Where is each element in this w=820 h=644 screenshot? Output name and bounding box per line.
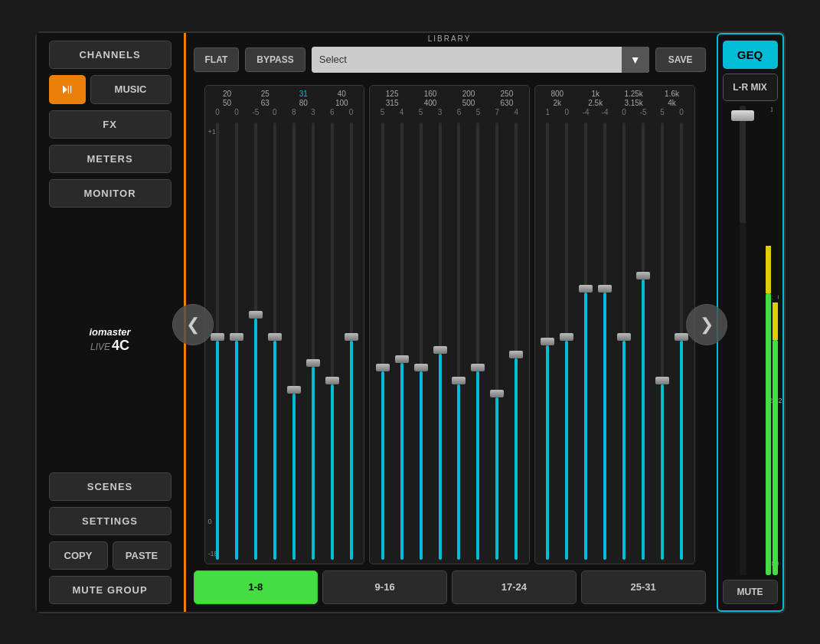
db-val-2-8: 4 (507, 108, 526, 116)
main-container: CHANNELS ⏯ MUSIC FX METERS MONITOR iomas… (35, 31, 786, 613)
library-select[interactable]: Select ▼ (312, 47, 649, 73)
db-val-2-6: 5 (469, 108, 488, 116)
eq-group-1: 20 25 31 40 50 63 80 100 0 0 -5 (204, 85, 365, 564)
freq-160: 160 (411, 90, 449, 98)
range-btn-25-31[interactable]: 25-31 (581, 570, 706, 604)
library-dropdown-button[interactable]: ▼ (622, 47, 649, 73)
flat-button[interactable]: FLAT (194, 47, 240, 72)
master-fader-area: 10 -10 -26.2 -80 (723, 106, 763, 575)
music-button[interactable]: MUSIC (90, 75, 172, 104)
meter-left-yellow (766, 246, 771, 293)
db-val-1-2: 0 (227, 108, 246, 116)
dropdown-arrow-icon: ▼ (630, 54, 641, 66)
copy-paste-row: COPY PASTE (49, 541, 172, 570)
range-btn-17-24[interactable]: 17-24 (452, 570, 577, 604)
db-val-2-5: 6 (449, 108, 469, 116)
master-section: 10 -10 -26.2 -80 (723, 106, 778, 575)
db-val-2-2: 4 (392, 108, 411, 116)
settings-button[interactable]: SETTINGS (49, 507, 172, 535)
main-content: LIBRARY FLAT BYPASS Select ▼ SAVE ❮ 2 (186, 33, 714, 612)
fader-3-7[interactable] (655, 123, 669, 560)
nav-left-button[interactable]: ❮ (172, 304, 214, 345)
meter-right (773, 106, 778, 575)
db-zero-label: 0 (208, 518, 212, 525)
fader-2-3[interactable] (414, 123, 428, 560)
freq-63: 63 (246, 99, 284, 107)
mute-button[interactable]: MUTE (723, 580, 778, 604)
range-btn-1-8[interactable]: 1-8 (194, 570, 319, 604)
freq-50: 50 (208, 99, 247, 107)
fader-1-2[interactable] (230, 123, 243, 560)
freq-100: 100 (322, 99, 361, 107)
sidebar: CHANNELS ⏯ MUSIC FX METERS MONITOR iomas… (37, 33, 186, 612)
db-val-1-3: -5 (246, 108, 265, 116)
fader-1-5[interactable] (287, 123, 301, 560)
freq-2_5k: 2.5k (577, 99, 615, 107)
freq-80: 80 (284, 99, 322, 107)
fader-1-1[interactable] (211, 123, 224, 560)
db-val-3-2: 0 (557, 108, 577, 116)
fader-3-1[interactable] (541, 123, 554, 560)
db-val-3-7: 5 (653, 108, 672, 116)
fader-2-1[interactable] (376, 123, 390, 560)
fader-1-6[interactable] (306, 123, 320, 560)
play-button[interactable]: ⏯ (49, 75, 86, 104)
fader-2-2[interactable] (395, 123, 409, 560)
fader-3-8[interactable] (675, 123, 688, 560)
copy-button[interactable]: COPY (49, 541, 108, 570)
nav-right-button[interactable]: ❯ (686, 304, 727, 345)
fader-2-4[interactable] (433, 123, 447, 560)
live4c-logo: LIVE 4C (90, 338, 129, 354)
channel-range-row: 1-8 9-16 17-24 25-31 (194, 570, 706, 604)
save-button[interactable]: SAVE (655, 47, 706, 72)
fader-3-5[interactable] (617, 123, 631, 560)
fader-1-8[interactable] (345, 123, 358, 560)
fader-3-6[interactable] (636, 123, 650, 560)
fader-1-3[interactable] (249, 123, 263, 560)
db-val-3-3: -4 (577, 108, 596, 116)
paste-button[interactable]: PASTE (113, 541, 172, 570)
freq-250: 250 (488, 90, 526, 98)
geq-button[interactable]: GEQ (723, 41, 778, 69)
music-row: ⏯ MUSIC (49, 75, 172, 104)
meter-bars (766, 106, 778, 575)
monitor-button[interactable]: MONITOR (49, 179, 172, 208)
freq-315: 315 (373, 99, 411, 107)
fader-3-3[interactable] (579, 123, 593, 560)
mute-group-button[interactable]: MUTE GROUP (49, 576, 172, 604)
channels-button[interactable]: CHANNELS (49, 41, 172, 69)
freq-20: 20 (208, 90, 247, 98)
fader-2-8[interactable] (509, 123, 523, 560)
meters-button[interactable]: METERS (49, 145, 172, 173)
fader-1-4[interactable] (268, 123, 282, 560)
db-val-3-5: 0 (615, 108, 634, 116)
scenes-button[interactable]: SCENES (49, 472, 172, 501)
fader-1-7[interactable] (325, 123, 339, 560)
fader-2-5[interactable] (452, 123, 466, 560)
library-select-text: Select (312, 54, 622, 65)
logo-area: iomaster LIVE 4C (89, 326, 130, 354)
eq-area: ❮ 20 25 31 40 50 63 80 100 (194, 85, 706, 564)
db-val-1-8: 0 (341, 108, 361, 116)
play-pause-icon: ⏯ (60, 81, 74, 97)
db-val-2-4: 3 (430, 108, 449, 116)
freq-800: 800 (538, 90, 577, 98)
fader-2-6[interactable] (471, 123, 485, 560)
master-fader-active (740, 223, 746, 575)
fader-3-2[interactable] (560, 123, 573, 560)
master-fader-track[interactable] (740, 106, 746, 575)
freq-40: 40 (322, 90, 361, 98)
meter-right-green (773, 340, 778, 575)
freq-200: 200 (449, 90, 488, 98)
fader-3-4[interactable] (598, 123, 612, 560)
fader-2-7[interactable] (490, 123, 504, 560)
db-val-1-5: 8 (284, 108, 303, 116)
fx-button[interactable]: FX (49, 110, 172, 139)
range-btn-9-16[interactable]: 9-16 (322, 570, 447, 604)
bypass-button[interactable]: BYPASS (245, 47, 305, 72)
lr-mix-button[interactable]: L-R MIX (723, 74, 778, 101)
db-val-1-1: 0 (208, 108, 227, 116)
library-title: LIBRARY (428, 34, 472, 43)
master-fader-thumb[interactable] (731, 110, 754, 121)
freq-3_15k: 3.15k (615, 99, 653, 107)
